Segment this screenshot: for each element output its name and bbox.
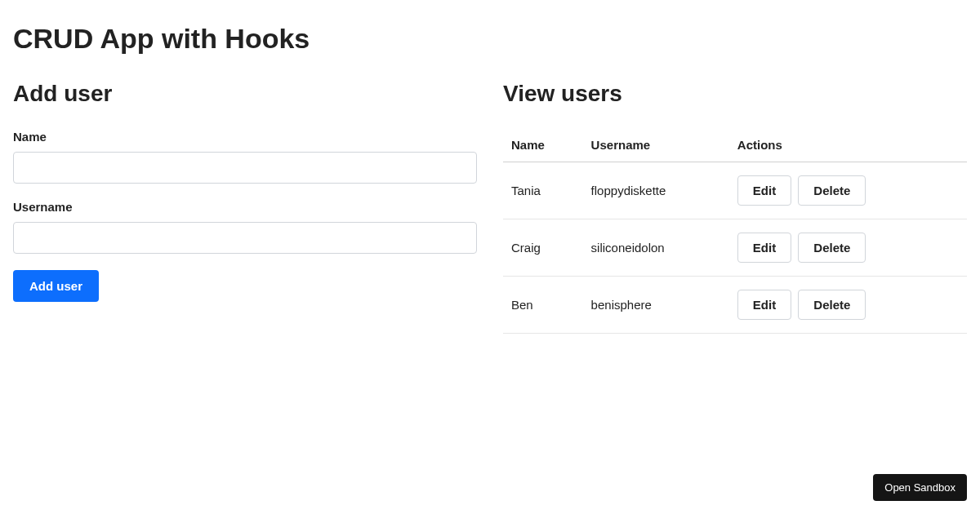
name-input[interactable] bbox=[13, 152, 477, 184]
add-user-heading: Add user bbox=[13, 81, 477, 107]
cell-actions: Edit Delete bbox=[729, 162, 967, 219]
delete-button[interactable]: Delete bbox=[798, 233, 866, 263]
users-table: Name Username Actions Tania floppydisket… bbox=[503, 130, 967, 334]
cell-username: benisphere bbox=[583, 277, 729, 334]
cell-actions: Edit Delete bbox=[729, 277, 967, 334]
delete-button[interactable]: Delete bbox=[798, 290, 866, 320]
open-sandbox-button[interactable]: Open Sandbox bbox=[873, 474, 967, 501]
view-users-heading: View users bbox=[503, 81, 967, 107]
cell-name: Ben bbox=[503, 277, 583, 334]
cell-actions: Edit Delete bbox=[729, 219, 967, 277]
username-label: Username bbox=[13, 200, 477, 214]
table-row: Craig siliconeidolon Edit Delete bbox=[503, 219, 967, 277]
edit-button[interactable]: Edit bbox=[737, 290, 791, 320]
cell-name: Craig bbox=[503, 219, 583, 277]
cell-name: Tania bbox=[503, 162, 583, 219]
cell-username: siliconeidolon bbox=[583, 219, 729, 277]
table-row: Ben benisphere Edit Delete bbox=[503, 277, 967, 334]
edit-button[interactable]: Edit bbox=[737, 175, 791, 206]
cell-username: floppydiskette bbox=[583, 162, 729, 219]
column-header-username: Username bbox=[583, 130, 729, 162]
edit-button[interactable]: Edit bbox=[737, 233, 791, 263]
name-label: Name bbox=[13, 130, 477, 144]
page-title: CRUD App with Hooks bbox=[13, 23, 967, 55]
table-row: Tania floppydiskette Edit Delete bbox=[503, 162, 967, 219]
column-header-name: Name bbox=[503, 130, 583, 162]
add-user-button[interactable]: Add user bbox=[13, 270, 99, 302]
add-user-form: Name Username Add user bbox=[13, 130, 477, 302]
delete-button[interactable]: Delete bbox=[798, 175, 866, 206]
username-input[interactable] bbox=[13, 222, 477, 254]
column-header-actions: Actions bbox=[729, 130, 967, 162]
